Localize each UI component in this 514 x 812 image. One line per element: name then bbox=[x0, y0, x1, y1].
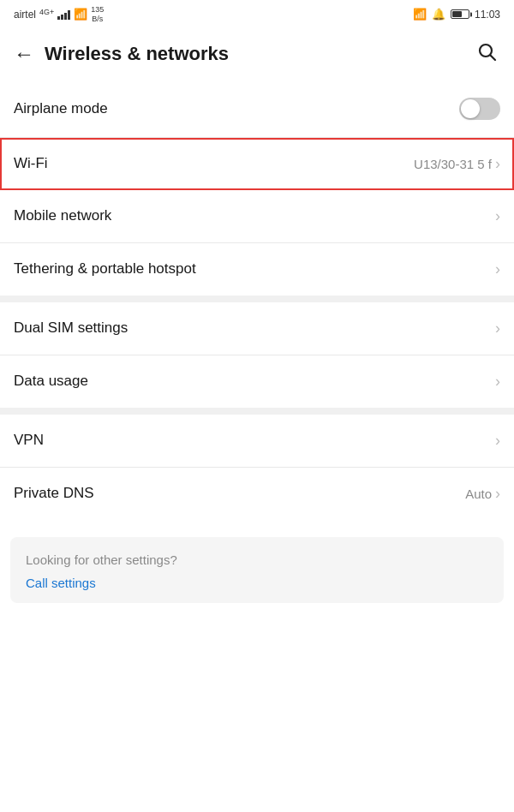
private-dns-right: Auto › bbox=[465, 485, 500, 503]
airplane-mode-item[interactable]: Airplane mode bbox=[0, 81, 514, 138]
dual-sim-label: Dual SIM settings bbox=[14, 319, 128, 337]
call-settings-link[interactable]: Call settings bbox=[26, 576, 96, 590]
bottom-card-text: Looking for other settings? bbox=[26, 552, 488, 567]
bluetooth-icon: 📶 bbox=[413, 8, 427, 21]
notification-icon: 🔔 bbox=[432, 8, 445, 21]
dual-sim-item[interactable]: Dual SIM settings › bbox=[0, 302, 514, 355]
vpn-item[interactable]: VPN › bbox=[0, 415, 514, 468]
private-dns-item[interactable]: Private DNS Auto › bbox=[0, 468, 514, 520]
dual-sim-chevron-icon: › bbox=[495, 319, 500, 337]
section-3: VPN › Private DNS Auto › bbox=[0, 415, 514, 520]
battery-icon bbox=[451, 9, 469, 19]
wifi-value: U13/30-31 5 f bbox=[414, 157, 492, 171]
time-label: 11:03 bbox=[475, 9, 500, 21]
app-header: ← Wireless & networks bbox=[0, 27, 514, 81]
mobile-network-label: Mobile network bbox=[14, 207, 111, 224]
back-button[interactable]: ← bbox=[14, 40, 45, 68]
airplane-mode-label: Airplane mode bbox=[14, 100, 108, 117]
mobile-network-chevron-icon: › bbox=[495, 207, 500, 225]
private-dns-label: Private DNS bbox=[14, 485, 94, 502]
status-bar: airtel 4G+ 📶 135 B/s 📶 🔔 11:03 bbox=[0, 0, 514, 27]
data-usage-right: › bbox=[495, 373, 500, 391]
search-button[interactable] bbox=[473, 38, 500, 70]
wifi-chevron-icon: › bbox=[495, 155, 500, 173]
bottom-card: Looking for other settings? Call setting… bbox=[10, 537, 504, 603]
mobile-network-item[interactable]: Mobile network › bbox=[0, 190, 514, 243]
section-2: Dual SIM settings › Data usage › bbox=[0, 302, 514, 408]
data-usage-chevron-icon: › bbox=[495, 373, 500, 391]
dual-sim-right: › bbox=[495, 319, 500, 337]
network-type: 4G+ bbox=[39, 8, 54, 21]
tethering-chevron-icon: › bbox=[495, 260, 500, 278]
status-left: airtel 4G+ 📶 135 B/s bbox=[14, 5, 104, 24]
airplane-mode-toggle[interactable] bbox=[459, 98, 500, 120]
svg-line-1 bbox=[491, 55, 496, 60]
wifi-item[interactable]: Wi-Fi U13/30-31 5 f › bbox=[0, 138, 514, 190]
vpn-chevron-icon: › bbox=[495, 432, 500, 450]
speed-indicator: 135 B/s bbox=[91, 5, 104, 24]
tethering-item[interactable]: Tethering & portable hotspot › bbox=[0, 243, 514, 296]
data-usage-item[interactable]: Data usage › bbox=[0, 355, 514, 408]
vpn-label: VPN bbox=[14, 432, 44, 449]
section-divider-2 bbox=[0, 408, 514, 415]
section-1: Airplane mode Wi-Fi U13/30-31 5 f › Mobi… bbox=[0, 81, 514, 296]
wifi-status-icon: 📶 bbox=[74, 8, 87, 21]
wifi-label: Wi-Fi bbox=[14, 155, 48, 172]
toggle-thumb bbox=[461, 99, 480, 118]
signal-bars-icon bbox=[57, 9, 70, 20]
section-divider-1 bbox=[0, 296, 514, 302]
tethering-label: Tethering & portable hotspot bbox=[14, 260, 196, 278]
tethering-right: › bbox=[495, 260, 500, 278]
page-title: Wireless & networks bbox=[45, 43, 473, 65]
vpn-right: › bbox=[495, 432, 500, 450]
toggle-track bbox=[459, 98, 500, 120]
status-right: 📶 🔔 11:03 bbox=[413, 8, 500, 21]
data-usage-label: Data usage bbox=[14, 373, 88, 390]
mobile-network-right: › bbox=[495, 207, 500, 225]
wifi-right: U13/30-31 5 f › bbox=[414, 155, 500, 173]
private-dns-chevron-icon: › bbox=[495, 485, 500, 503]
carrier-label: airtel bbox=[14, 9, 36, 21]
private-dns-value: Auto bbox=[465, 487, 492, 501]
